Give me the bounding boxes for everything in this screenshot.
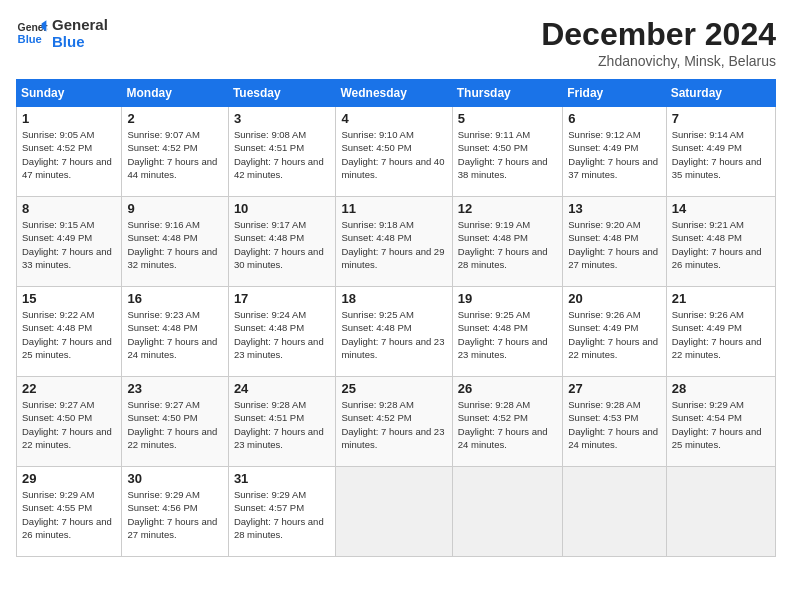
day-info: Sunrise: 9:23 AMSunset: 4:48 PMDaylight:…: [127, 308, 222, 361]
month-title: December 2024: [541, 16, 776, 53]
day-info: Sunrise: 9:28 AMSunset: 4:52 PMDaylight:…: [341, 398, 446, 451]
day-info: Sunrise: 9:12 AMSunset: 4:49 PMDaylight:…: [568, 128, 660, 181]
table-cell: 10Sunrise: 9:17 AMSunset: 4:48 PMDayligh…: [228, 197, 336, 287]
table-cell: 19Sunrise: 9:25 AMSunset: 4:48 PMDayligh…: [452, 287, 562, 377]
day-number: 18: [341, 291, 446, 306]
day-number: 7: [672, 111, 770, 126]
table-cell: 11Sunrise: 9:18 AMSunset: 4:48 PMDayligh…: [336, 197, 452, 287]
table-cell: 9Sunrise: 9:16 AMSunset: 4:48 PMDaylight…: [122, 197, 228, 287]
col-monday: Monday: [122, 80, 228, 107]
col-wednesday: Wednesday: [336, 80, 452, 107]
day-number: 10: [234, 201, 331, 216]
calendar-row: 8Sunrise: 9:15 AMSunset: 4:49 PMDaylight…: [17, 197, 776, 287]
day-info: Sunrise: 9:18 AMSunset: 4:48 PMDaylight:…: [341, 218, 446, 271]
day-info: Sunrise: 9:29 AMSunset: 4:54 PMDaylight:…: [672, 398, 770, 451]
day-number: 13: [568, 201, 660, 216]
day-info: Sunrise: 9:11 AMSunset: 4:50 PMDaylight:…: [458, 128, 557, 181]
day-number: 29: [22, 471, 116, 486]
day-info: Sunrise: 9:27 AMSunset: 4:50 PMDaylight:…: [22, 398, 116, 451]
day-number: 20: [568, 291, 660, 306]
day-number: 11: [341, 201, 446, 216]
day-number: 3: [234, 111, 331, 126]
table-cell: 6Sunrise: 9:12 AMSunset: 4:49 PMDaylight…: [563, 107, 666, 197]
table-cell: 5Sunrise: 9:11 AMSunset: 4:50 PMDaylight…: [452, 107, 562, 197]
page-header: General Blue General Blue December 2024 …: [16, 16, 776, 69]
day-info: Sunrise: 9:28 AMSunset: 4:52 PMDaylight:…: [458, 398, 557, 451]
day-info: Sunrise: 9:20 AMSunset: 4:48 PMDaylight:…: [568, 218, 660, 271]
table-cell: 30Sunrise: 9:29 AMSunset: 4:56 PMDayligh…: [122, 467, 228, 557]
day-info: Sunrise: 9:10 AMSunset: 4:50 PMDaylight:…: [341, 128, 446, 181]
day-number: 24: [234, 381, 331, 396]
table-cell: [452, 467, 562, 557]
day-info: Sunrise: 9:25 AMSunset: 4:48 PMDaylight:…: [458, 308, 557, 361]
day-info: Sunrise: 9:21 AMSunset: 4:48 PMDaylight:…: [672, 218, 770, 271]
table-cell: 17Sunrise: 9:24 AMSunset: 4:48 PMDayligh…: [228, 287, 336, 377]
day-number: 22: [22, 381, 116, 396]
day-info: Sunrise: 9:08 AMSunset: 4:51 PMDaylight:…: [234, 128, 331, 181]
col-friday: Friday: [563, 80, 666, 107]
day-number: 21: [672, 291, 770, 306]
day-info: Sunrise: 9:22 AMSunset: 4:48 PMDaylight:…: [22, 308, 116, 361]
logo-general: General: [52, 16, 108, 33]
day-info: Sunrise: 9:27 AMSunset: 4:50 PMDaylight:…: [127, 398, 222, 451]
calendar-row: 29Sunrise: 9:29 AMSunset: 4:55 PMDayligh…: [17, 467, 776, 557]
table-cell: [666, 467, 775, 557]
logo: General Blue General Blue: [16, 16, 108, 50]
calendar-row: 15Sunrise: 9:22 AMSunset: 4:48 PMDayligh…: [17, 287, 776, 377]
day-info: Sunrise: 9:29 AMSunset: 4:56 PMDaylight:…: [127, 488, 222, 541]
logo-icon: General Blue: [16, 17, 48, 49]
col-saturday: Saturday: [666, 80, 775, 107]
table-cell: 1Sunrise: 9:05 AMSunset: 4:52 PMDaylight…: [17, 107, 122, 197]
day-number: 9: [127, 201, 222, 216]
table-cell: 16Sunrise: 9:23 AMSunset: 4:48 PMDayligh…: [122, 287, 228, 377]
table-cell: 14Sunrise: 9:21 AMSunset: 4:48 PMDayligh…: [666, 197, 775, 287]
day-number: 14: [672, 201, 770, 216]
table-cell: 15Sunrise: 9:22 AMSunset: 4:48 PMDayligh…: [17, 287, 122, 377]
day-number: 17: [234, 291, 331, 306]
day-info: Sunrise: 9:14 AMSunset: 4:49 PMDaylight:…: [672, 128, 770, 181]
day-info: Sunrise: 9:07 AMSunset: 4:52 PMDaylight:…: [127, 128, 222, 181]
day-info: Sunrise: 9:26 AMSunset: 4:49 PMDaylight:…: [568, 308, 660, 361]
day-number: 26: [458, 381, 557, 396]
day-info: Sunrise: 9:17 AMSunset: 4:48 PMDaylight:…: [234, 218, 331, 271]
table-cell: 25Sunrise: 9:28 AMSunset: 4:52 PMDayligh…: [336, 377, 452, 467]
table-cell: 13Sunrise: 9:20 AMSunset: 4:48 PMDayligh…: [563, 197, 666, 287]
table-cell: 2Sunrise: 9:07 AMSunset: 4:52 PMDaylight…: [122, 107, 228, 197]
table-cell: 20Sunrise: 9:26 AMSunset: 4:49 PMDayligh…: [563, 287, 666, 377]
table-cell: [563, 467, 666, 557]
logo-blue: Blue: [52, 33, 108, 50]
day-info: Sunrise: 9:28 AMSunset: 4:53 PMDaylight:…: [568, 398, 660, 451]
svg-text:Blue: Blue: [18, 33, 42, 45]
day-number: 25: [341, 381, 446, 396]
table-cell: 27Sunrise: 9:28 AMSunset: 4:53 PMDayligh…: [563, 377, 666, 467]
col-sunday: Sunday: [17, 80, 122, 107]
day-number: 28: [672, 381, 770, 396]
table-cell: 21Sunrise: 9:26 AMSunset: 4:49 PMDayligh…: [666, 287, 775, 377]
day-info: Sunrise: 9:19 AMSunset: 4:48 PMDaylight:…: [458, 218, 557, 271]
day-number: 5: [458, 111, 557, 126]
day-info: Sunrise: 9:05 AMSunset: 4:52 PMDaylight:…: [22, 128, 116, 181]
title-block: December 2024 Zhdanovichy, Minsk, Belaru…: [541, 16, 776, 69]
table-cell: [336, 467, 452, 557]
col-tuesday: Tuesday: [228, 80, 336, 107]
day-number: 31: [234, 471, 331, 486]
day-info: Sunrise: 9:29 AMSunset: 4:57 PMDaylight:…: [234, 488, 331, 541]
day-number: 1: [22, 111, 116, 126]
table-cell: 31Sunrise: 9:29 AMSunset: 4:57 PMDayligh…: [228, 467, 336, 557]
table-cell: 29Sunrise: 9:29 AMSunset: 4:55 PMDayligh…: [17, 467, 122, 557]
day-number: 15: [22, 291, 116, 306]
day-number: 16: [127, 291, 222, 306]
calendar-row: 22Sunrise: 9:27 AMSunset: 4:50 PMDayligh…: [17, 377, 776, 467]
header-row: Sunday Monday Tuesday Wednesday Thursday…: [17, 80, 776, 107]
table-cell: 4Sunrise: 9:10 AMSunset: 4:50 PMDaylight…: [336, 107, 452, 197]
day-number: 30: [127, 471, 222, 486]
table-cell: 18Sunrise: 9:25 AMSunset: 4:48 PMDayligh…: [336, 287, 452, 377]
day-number: 23: [127, 381, 222, 396]
col-thursday: Thursday: [452, 80, 562, 107]
day-number: 19: [458, 291, 557, 306]
day-info: Sunrise: 9:26 AMSunset: 4:49 PMDaylight:…: [672, 308, 770, 361]
day-number: 8: [22, 201, 116, 216]
calendar-row: 1Sunrise: 9:05 AMSunset: 4:52 PMDaylight…: [17, 107, 776, 197]
day-info: Sunrise: 9:25 AMSunset: 4:48 PMDaylight:…: [341, 308, 446, 361]
table-cell: 28Sunrise: 9:29 AMSunset: 4:54 PMDayligh…: [666, 377, 775, 467]
